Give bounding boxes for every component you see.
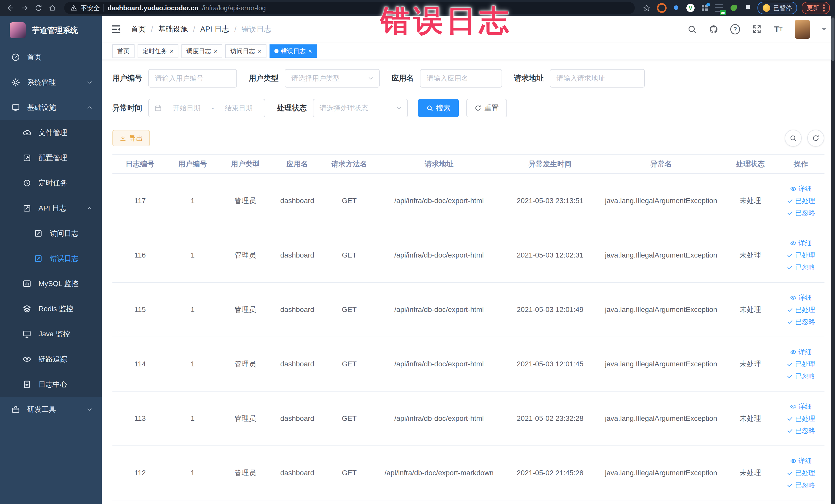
action-detail[interactable]: 详细	[790, 402, 812, 411]
browser-reload-button[interactable]	[33, 2, 44, 14]
font-size-icon[interactable]: TT	[773, 24, 783, 34]
reset-button[interactable]: 重置	[466, 99, 507, 117]
github-icon[interactable]	[709, 24, 718, 34]
breadcrumb-api-log[interactable]: API 日志	[200, 24, 229, 35]
extension-icon-orange-ring[interactable]	[657, 3, 667, 13]
bookmark-star-icon[interactable]	[641, 2, 652, 14]
address-bar[interactable]: 不安全 dashboard.yudao.iocoder.cn/infra/log…	[64, 2, 635, 14]
avatar[interactable]	[795, 20, 810, 39]
action-detail[interactable]: 详细	[790, 457, 812, 465]
sidebar-item-api-log[interactable]: API 日志	[0, 196, 102, 221]
tab-access-log[interactable]: 访问日志×	[225, 44, 266, 58]
extension-icon-grid[interactable]	[700, 3, 710, 13]
browser-update-button[interactable]: 更新	[802, 2, 830, 14]
sidebar-item-error-log[interactable]: 错误日志	[0, 246, 102, 271]
refresh-button[interactable]	[807, 130, 824, 147]
action-ignored[interactable]: 已忽略	[787, 372, 815, 381]
col-log-id: 日志编号	[113, 155, 168, 174]
extension-icon-on-badge[interactable]: on	[714, 3, 724, 13]
sidebar-logo[interactable]: 芋道管理系统	[0, 16, 102, 45]
sidebar-item-access-log[interactable]: 访问日志	[0, 221, 102, 246]
extension-icon-green-leaf[interactable]	[729, 3, 738, 13]
sidebar-item-system-management[interactable]: 系统管理	[0, 70, 102, 95]
browser-home-button[interactable]	[47, 2, 58, 14]
extension-icon-blue-shield[interactable]	[671, 3, 681, 13]
scrollbar-thumb[interactable]	[831, 18, 834, 61]
fullscreen-icon[interactable]	[752, 24, 761, 34]
action-detail[interactable]: 详细	[790, 184, 812, 193]
scrollbar[interactable]	[831, 16, 835, 504]
breadcrumb-home[interactable]: 首页	[131, 24, 146, 35]
action-detail[interactable]: 详细	[790, 239, 812, 248]
document-icon	[23, 380, 31, 389]
update-label: 更新	[807, 4, 819, 12]
action-ignored[interactable]: 已忽略	[787, 426, 815, 435]
search-icon[interactable]	[687, 24, 697, 34]
tab-home[interactable]: 首页	[113, 44, 135, 58]
eye-icon	[790, 186, 796, 192]
app-name-input[interactable]	[420, 69, 502, 87]
user-type-select[interactable]: 请选择用户类型	[285, 69, 380, 87]
col-exception-time: 异常发生时间	[501, 155, 599, 174]
sidebar-item-redis-monitor[interactable]: Redis 监控	[0, 296, 102, 321]
sidebar-item-infrastructure[interactable]: 基础设施	[0, 95, 102, 120]
browser-back-button[interactable]	[5, 2, 16, 14]
close-icon[interactable]: ×	[308, 48, 312, 55]
breadcrumb-infrastructure[interactable]: 基础设施	[158, 24, 188, 35]
layers-icon	[23, 304, 31, 313]
process-status-select[interactable]: 请选择处理状态	[313, 99, 408, 117]
date-range-picker[interactable]: 开始日期 - 结束日期	[148, 99, 265, 117]
tab-error-log[interactable]: 错误日志×	[269, 44, 317, 58]
action-ignored[interactable]: 已忽略	[787, 317, 815, 326]
action-processed[interactable]: 已处理	[787, 196, 815, 205]
extension-icon-green-circle[interactable]: V	[686, 3, 695, 13]
browser-forward-button[interactable]	[19, 2, 30, 14]
col-user-type: 用户类型	[218, 155, 273, 174]
extension-icon-puzzle[interactable]	[743, 3, 753, 13]
sidebar-item-scheduled-tasks[interactable]: 定时任务	[0, 170, 102, 196]
sidebar-menu: 首页 系统管理 基础设施 文件管理	[0, 45, 102, 504]
action-processed[interactable]: 已处理	[787, 468, 815, 478]
action-processed[interactable]: 已处理	[787, 360, 815, 369]
tab-schedule-log[interactable]: 调度日志×	[182, 44, 222, 58]
start-date-placeholder: 开始日期	[166, 103, 207, 113]
action-processed[interactable]: 已处理	[787, 251, 815, 260]
check-icon	[787, 319, 793, 325]
sidebar-item-log-center[interactable]: 日志中心	[0, 372, 102, 397]
check-icon	[787, 306, 793, 313]
search-button[interactable]: 搜索	[418, 99, 459, 117]
help-icon[interactable]: ?	[730, 24, 740, 34]
sidebar-item-home[interactable]: 首页	[0, 45, 102, 70]
action-processed[interactable]: 已处理	[787, 414, 815, 423]
user-id-input[interactable]	[148, 69, 237, 87]
sidebar-item-trace[interactable]: 链路追踪	[0, 347, 102, 372]
col-user-id: 用户编号	[168, 155, 218, 174]
request-url-input[interactable]	[550, 69, 645, 87]
url-host: dashboard.yudao.iocoder.cn	[107, 4, 199, 12]
action-ignored[interactable]: 已忽略	[787, 208, 815, 218]
search-toggle-button[interactable]	[785, 130, 802, 147]
chevron-down-icon	[395, 105, 402, 112]
action-detail[interactable]: 详细	[790, 348, 812, 357]
eye-icon	[790, 403, 796, 410]
close-icon[interactable]: ×	[170, 48, 174, 55]
export-button[interactable]: 导出	[113, 130, 150, 146]
action-detail[interactable]: 详细	[790, 293, 812, 302]
action-ignored[interactable]: 已忽略	[787, 263, 815, 272]
tab-scheduled-tasks[interactable]: 定时任务×	[138, 44, 178, 58]
hamburger-icon[interactable]	[110, 24, 122, 35]
action-processed[interactable]: 已处理	[787, 305, 815, 314]
sidebar-item-file-management[interactable]: 文件管理	[0, 120, 102, 145]
close-icon[interactable]: ×	[213, 48, 218, 55]
caret-down-icon[interactable]	[822, 28, 826, 33]
chart-icon	[23, 279, 31, 288]
sidebar-item-mysql-monitor[interactable]: MySQL 监控	[0, 271, 102, 296]
profile-sync-paused-button[interactable]: 已暂停	[757, 2, 797, 14]
dashboard-icon	[11, 53, 20, 62]
sidebar-item-config-management[interactable]: 配置管理	[0, 145, 102, 170]
sidebar-item-java-monitor[interactable]: Java 监控	[0, 321, 102, 347]
close-icon[interactable]: ×	[258, 48, 261, 55]
action-ignored[interactable]: 已忽略	[787, 481, 815, 490]
gear-icon	[11, 78, 20, 87]
sidebar-item-dev-tools[interactable]: 研发工具	[0, 397, 102, 422]
